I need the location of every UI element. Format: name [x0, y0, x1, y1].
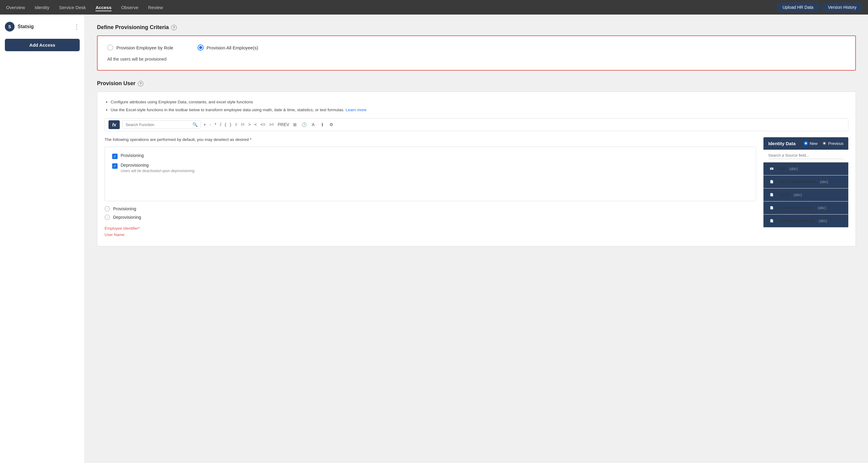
identity-panel: Identity Data New Previous [764, 137, 848, 227]
provision-all-radio[interactable] [197, 44, 204, 51]
text-icon[interactable]: A [310, 121, 316, 128]
employee-id-label: Employee Identifier* [104, 226, 756, 230]
nav-observe[interactable]: Observe [121, 4, 138, 11]
main-content: Define Provisioning Criteria ? Provision… [85, 14, 868, 463]
op-prev[interactable]: PREV [278, 122, 289, 127]
bullet-2-text: Use the Excel-style functions in the too… [111, 107, 344, 112]
op-multiply[interactable]: * [215, 122, 216, 127]
field-name-company: Company (company) [778, 218, 815, 223]
identity-field-mail[interactable]: 📧 Mail (abc) [764, 162, 848, 176]
learn-more-link[interactable]: Learn more [345, 107, 366, 112]
field-type-city: (abc) [794, 193, 802, 197]
provision-bullets: Configure attributes using Employee Data… [104, 99, 848, 113]
settings-icon[interactable]: ⚙ [328, 121, 335, 128]
search-function-input[interactable] [125, 122, 191, 127]
circle-deprovisioning-label: Deprovisioning [113, 215, 141, 220]
identity-field-company[interactable]: 📄 Company (company) (abc) [764, 215, 848, 227]
upload-hr-data-button[interactable]: Upload HR Data [777, 2, 819, 12]
clock-icon[interactable]: 🕐 [301, 121, 307, 128]
field-icon-city: 📄 [768, 191, 775, 198]
field-icon-alias: 📄 [768, 179, 775, 185]
deprovisioning-checkbox-row: Deprovisioning Users will be deactivated… [112, 163, 749, 173]
field-name-common-name: Common Name (cn) [778, 206, 813, 210]
provision-user-box: Configure attributes using Employee Data… [97, 92, 856, 246]
nav-service-desk[interactable]: Service Desk [59, 4, 86, 11]
op-gte[interactable]: >= [269, 122, 274, 127]
op-equals[interactable]: = [235, 122, 237, 127]
operations-layout: The following operations are performed b… [104, 137, 848, 239]
formula-toolbar: fx 🔍 + - * / ( ) = != > < <= >= [104, 118, 848, 131]
field-type-alias: (abc) [820, 180, 828, 184]
criteria-box: Provision Employee by Role Provision All… [97, 35, 856, 71]
provisioning-label: Provisioning [121, 153, 144, 158]
app-name: Statsig [18, 24, 34, 29]
field-name-city: City (l) [778, 192, 789, 197]
add-access-button[interactable]: Add Access [5, 39, 80, 51]
search-function-box: 🔍 [122, 120, 201, 129]
fx-label: fx [108, 120, 120, 129]
logo-icon: S [5, 22, 14, 32]
op-open-paren[interactable]: ( [225, 122, 226, 127]
deprovisioning-sub: Users will be deactivated upon deprovisi… [121, 169, 195, 173]
identity-radio-group: New Previous [804, 141, 843, 146]
toolbar-operators: + - * / ( ) = != > < <= >= PREV [204, 122, 289, 127]
field-name-alias: Alias (mailNickName) [778, 179, 815, 184]
provisioning-checkbox[interactable] [112, 154, 118, 159]
field-icon-common-name: 📄 [768, 205, 775, 211]
previous-radio-option[interactable]: Previous [822, 141, 843, 146]
provision-user-help-icon[interactable]: ? [138, 81, 143, 86]
main-layout: S Statsig ⋮ Add Access Define Provisioni… [0, 14, 868, 463]
info-icon[interactable]: ℹ [319, 121, 326, 128]
criteria-help-icon[interactable]: ? [171, 25, 177, 30]
nav-access[interactable]: Access [95, 4, 112, 11]
op-close-paren[interactable]: ) [230, 122, 231, 127]
criteria-title-text: Define Provisioning Criteria [97, 24, 169, 31]
op-less[interactable]: < [254, 122, 257, 127]
identity-field-common-name[interactable]: 📄 Common Name (cn) (abc) [764, 202, 848, 215]
identity-fields-list: 📧 Mail (abc) 📄 Alias (mailNickName) (abc… [764, 162, 848, 227]
top-navigation: Overview Identity Service Desk Access Ob… [0, 0, 868, 14]
bullet-1: Configure attributes using Employee Data… [111, 99, 848, 105]
field-type-company: (abc) [819, 219, 827, 223]
op-not-equals[interactable]: != [241, 122, 245, 127]
sidebar-logo: S Statsig [5, 22, 34, 32]
deprovisioning-checkbox[interactable] [112, 163, 118, 169]
circle-items: − Provisioning − Deprovisioning [104, 206, 756, 220]
op-greater[interactable]: > [248, 122, 251, 127]
provisioning-label-group: Provisioning [121, 153, 144, 158]
deprovisioning-label-group: Deprovisioning Users will be deactivated… [121, 163, 195, 173]
previous-radio-circle[interactable] [822, 141, 827, 146]
circle-provisioning-row: − Provisioning [104, 206, 756, 212]
employee-id-section: Employee Identifier* User Name [104, 226, 756, 237]
op-divide[interactable]: / [220, 122, 221, 127]
provision-by-role-label: Provision Employee by Role [116, 45, 173, 50]
identity-search-input[interactable] [768, 153, 843, 159]
op-minus[interactable]: - [210, 122, 211, 127]
field-icon-company: 📄 [768, 218, 775, 224]
grid-icon[interactable]: ⊞ [291, 121, 298, 128]
provisioning-checkbox-row: Provisioning [112, 153, 749, 159]
field-type-common-name: (abc) [818, 206, 826, 210]
provision-by-role-radio[interactable] [107, 44, 113, 51]
circle-provisioning-label: Provisioning [113, 206, 136, 211]
nav-identity[interactable]: Identity [35, 4, 50, 11]
sidebar-menu-dots[interactable]: ⋮ [74, 23, 80, 30]
provision-all-employees-option[interactable]: Provision All Employee(s) [197, 44, 258, 51]
field-icon-mail: 📧 [768, 165, 775, 172]
ops-main: The following operations are performed b… [104, 137, 756, 239]
identity-field-city[interactable]: 📄 City (l) (abc) [764, 188, 848, 202]
new-radio-circle[interactable] [804, 141, 808, 146]
new-radio-option[interactable]: New [804, 141, 817, 146]
nav-items: Overview Identity Service Desk Access Ob… [6, 4, 777, 11]
new-radio-label: New [809, 141, 817, 146]
bullet-2: Use the Excel-style functions in the too… [111, 107, 848, 113]
identity-field-alias[interactable]: 📄 Alias (mailNickName) (abc) [764, 176, 848, 188]
version-history-button[interactable]: Version History [823, 2, 862, 12]
nav-review[interactable]: Review [148, 4, 163, 11]
identity-panel-title: Identity Data [768, 141, 796, 146]
op-lte[interactable]: <= [261, 122, 266, 127]
nav-overview[interactable]: Overview [6, 4, 25, 11]
op-plus[interactable]: + [204, 122, 206, 127]
provision-by-role-option[interactable]: Provision Employee by Role [107, 44, 173, 51]
identity-search-box [764, 150, 848, 162]
